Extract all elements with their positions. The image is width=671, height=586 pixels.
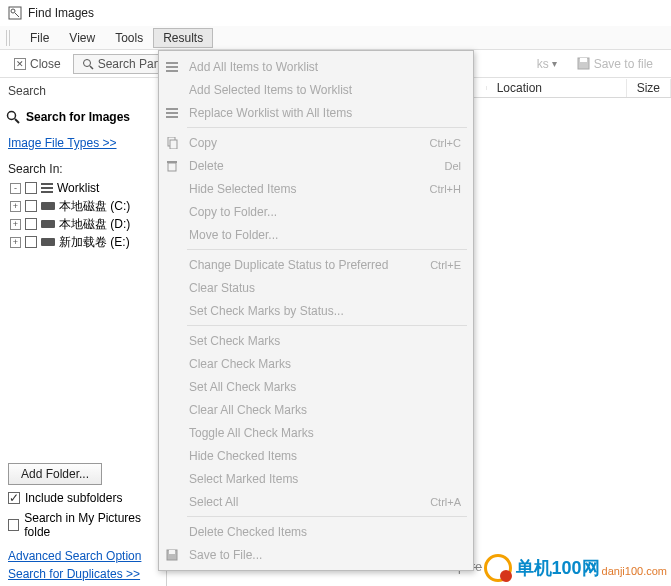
expand-icon[interactable]: + [10, 219, 21, 230]
checkbox[interactable] [25, 182, 37, 194]
chevron-down-icon: ▾ [552, 58, 557, 69]
menu-item[interactable]: Move to Folder... [159, 223, 473, 246]
menu-item-label: Select Marked Items [189, 472, 298, 486]
menu-item[interactable]: Copy to Folder... [159, 200, 473, 223]
checkbox[interactable] [25, 200, 37, 212]
menu-item[interactable]: Clear Check Marks [159, 352, 473, 375]
svg-rect-19 [170, 140, 177, 149]
svg-line-8 [15, 119, 19, 123]
include-subfolders-label: Include subfolders [25, 491, 122, 505]
svg-rect-13 [166, 66, 178, 68]
watermark-text: 单机100网 [516, 558, 600, 578]
menu-item-label: Set Check Marks by Status... [189, 304, 344, 318]
checkbox[interactable] [25, 218, 37, 230]
menu-view[interactable]: View [59, 28, 105, 48]
checkbox[interactable] [8, 519, 19, 531]
tree-row-drive-c[interactable]: + 本地磁盘 (C:) [10, 197, 160, 215]
menu-bar: File View Tools Results [0, 26, 671, 50]
save-icon [577, 57, 590, 70]
menu-item-label: Toggle All Check Marks [189, 426, 314, 440]
search-for-images-label: Search for Images [26, 110, 130, 124]
tree-label: Worklist [57, 181, 99, 195]
close-button[interactable]: ✕ Close [6, 55, 69, 73]
save-to-file-label: Save to file [594, 57, 653, 71]
menu-item[interactable]: Add Selected Items to Worklist [159, 78, 473, 101]
menu-item-label: Copy to Folder... [189, 205, 277, 219]
menu-item[interactable]: Hide Selected ItemsCtrl+H [159, 177, 473, 200]
image-file-types-link[interactable]: Image File Types >> [8, 136, 117, 150]
column-location[interactable]: Location [487, 79, 627, 97]
save-to-file-button[interactable]: Save to file [569, 55, 661, 73]
menu-tools[interactable]: Tools [105, 28, 153, 48]
search-my-pictures-row[interactable]: Search in My Pictures folde [8, 511, 160, 539]
drive-icon [41, 238, 55, 246]
expand-icon[interactable]: - [10, 183, 21, 194]
watermark: 单机100网 danji100.com [484, 554, 667, 582]
menu-item[interactable]: Change Duplicate Status to PreferredCtrl… [159, 253, 473, 276]
list-icon [166, 61, 182, 73]
expand-icon[interactable]: + [10, 237, 21, 248]
svg-rect-20 [168, 163, 176, 171]
tree-row-drive-e[interactable]: + 新加载卷 (E:) [10, 233, 160, 251]
drive-icon [41, 220, 55, 228]
checkbox[interactable] [25, 236, 37, 248]
menu-item-shortcut: Ctrl+E [430, 259, 461, 271]
drive-icon [41, 202, 55, 210]
svg-line-4 [90, 66, 93, 69]
menu-item-label: Save to File... [189, 548, 262, 562]
menu-item-label: Clear All Check Marks [189, 403, 307, 417]
menu-item-label: Change Duplicate Status to Preferred [189, 258, 388, 272]
menu-item[interactable]: Clear All Check Marks [159, 398, 473, 421]
menu-item-label: Hide Checked Items [189, 449, 297, 463]
checkbox[interactable] [8, 492, 20, 504]
close-label: Close [30, 57, 61, 71]
menu-item[interactable]: Replace Worklist with All Items [159, 101, 473, 124]
save-icon [166, 549, 182, 561]
results-dropdown: Add All Items to WorklistAdd Selected It… [158, 50, 474, 571]
search-panel-label: Search Pane [98, 57, 167, 71]
menu-item[interactable]: Hide Checked Items [159, 444, 473, 467]
list-icon [166, 107, 182, 119]
menu-item[interactable]: Select Marked Items [159, 467, 473, 490]
menu-item-shortcut: Del [444, 160, 461, 172]
menu-item[interactable]: CopyCtrl+C [159, 131, 473, 154]
search-duplicates-link[interactable]: Search for Duplicates >> [8, 567, 140, 581]
svg-rect-15 [166, 108, 178, 110]
menu-file[interactable]: File [20, 28, 59, 48]
svg-rect-10 [41, 187, 53, 189]
marks-button[interactable]: ks ▾ [529, 55, 565, 73]
menu-item[interactable]: Set Check Marks by Status... [159, 299, 473, 322]
menu-item[interactable]: Set Check Marks [159, 329, 473, 352]
include-subfolders-row[interactable]: Include subfolders [8, 491, 160, 505]
svg-rect-23 [169, 550, 175, 554]
menu-separator [187, 249, 467, 250]
app-icon [8, 6, 22, 20]
menu-item[interactable]: Set All Check Marks [159, 375, 473, 398]
close-icon: ✕ [14, 58, 26, 70]
menu-item[interactable]: Delete Checked Items [159, 520, 473, 543]
menu-separator [187, 325, 467, 326]
add-folder-button[interactable]: Add Folder... [8, 463, 102, 485]
menu-item[interactable]: Clear Status [159, 276, 473, 299]
menu-results[interactable]: Results [153, 28, 213, 48]
tree-label: 本地磁盘 (D:) [59, 216, 130, 233]
menu-item-shortcut: Ctrl+H [430, 183, 461, 195]
menu-item[interactable]: Toggle All Check Marks [159, 421, 473, 444]
svg-rect-16 [166, 112, 178, 114]
copy-icon [166, 137, 182, 149]
expand-icon[interactable]: + [10, 201, 21, 212]
column-size[interactable]: Size [627, 79, 671, 97]
marks-label: ks [537, 57, 549, 71]
menu-item-label: Hide Selected Items [189, 182, 296, 196]
tree-row-worklist[interactable]: - Worklist [10, 179, 160, 197]
svg-point-3 [83, 59, 90, 66]
menu-item[interactable]: Select AllCtrl+A [159, 490, 473, 513]
advanced-search-link[interactable]: Advanced Search Option [8, 549, 141, 563]
svg-point-7 [8, 112, 16, 120]
svg-rect-9 [41, 183, 53, 185]
tree-row-drive-d[interactable]: + 本地磁盘 (D:) [10, 215, 160, 233]
menu-item[interactable]: DeleteDel [159, 154, 473, 177]
menu-item[interactable]: Save to File... [159, 543, 473, 566]
worklist-icon [41, 182, 53, 194]
menu-item[interactable]: Add All Items to Worklist [159, 55, 473, 78]
